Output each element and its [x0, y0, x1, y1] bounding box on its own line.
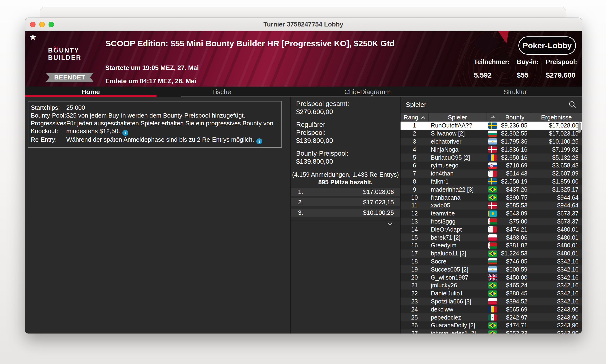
info-row-value-text: Während der späten Anmeldephase sind bis… [66, 136, 254, 143]
player-result: $7.199,82 [531, 146, 582, 153]
info-icon[interactable]: i [122, 130, 128, 136]
search-icon[interactable] [568, 101, 577, 109]
player-row[interactable]: 7ion4than$614,43$2.607,89 [401, 169, 582, 178]
player-name: teamvibe [429, 210, 486, 217]
status-badge: BEENDET [46, 73, 94, 82]
player-rank: 2 [401, 130, 429, 137]
stat-column: Preispool:$279.600 [546, 58, 577, 79]
close-button[interactable] [30, 22, 36, 27]
scrollbar-thumb[interactable] [578, 122, 581, 133]
flag-ro-icon [486, 155, 499, 161]
player-row[interactable]: 10franbacana$890,75$944,64 [401, 194, 582, 202]
player-rank: 4 [401, 146, 429, 153]
player-rank: 1 [401, 122, 429, 129]
info-row-label: Re-Entry: [31, 136, 66, 144]
player-row[interactable]: 17bpaludo11 [2]$1.224,53$480,01 [401, 249, 582, 258]
home-info-pane: Startchips:25.000Bounty-Pool:$25 von jed… [25, 97, 291, 334]
player-row[interactable]: 21jmlucky26$465,24$342,16 [401, 281, 582, 289]
player-name: GuaranaDolly [2] [429, 322, 486, 329]
tournament-title: SCOOP Edition: $55 Mini Bounty Builder H… [105, 39, 395, 48]
player-row[interactable]: 13frost3ggg$75,00$673,37 [401, 218, 582, 226]
player-row[interactable]: 24dekciww$665,69$243,90 [401, 305, 582, 313]
column-header-flag[interactable] [486, 113, 499, 122]
prizepool-regular-label: Regulärer Preispool: [296, 121, 396, 137]
player-row[interactable]: 27johnyguedes1 [2]$652,33$243,90 [401, 329, 582, 334]
column-header-rank[interactable]: Rang [401, 113, 429, 122]
player-row[interactable]: 25pepedoclez$242,97$243,90 [401, 313, 582, 321]
player-result: $2.607,89 [531, 170, 582, 177]
info-row-value-text: 25.000 [66, 104, 85, 111]
flag-ar-icon [486, 266, 499, 273]
player-bounty: $2.302,55 [499, 130, 531, 137]
player-row[interactable]: 1RunOutoffAA??$9.236,85$17.028,06 [401, 122, 582, 130]
player-row[interactable]: 14DieOrAdapt$474,21$480,01 [401, 225, 582, 234]
column-header-bounty[interactable]: Bounty [499, 113, 531, 122]
player-row[interactable]: 20G_wilson1987$450,00$342,16 [401, 273, 582, 281]
tab-struktur[interactable]: Struktur [449, 87, 582, 97]
logo-x-icon [54, 46, 59, 51]
tab-chip-diagramm[interactable]: Chip-Diagramm [286, 87, 449, 97]
player-rank: 7 [401, 170, 429, 177]
tournament-banner: ★ BOUNTY BUILDER SCOOP Edition: $55 Mini… [25, 31, 582, 87]
prizepool-regular-value: $139.800,00 [296, 137, 396, 145]
player-result: $17.023,15 [531, 130, 582, 137]
player-name: S Iwanow [2] [429, 130, 486, 137]
tab-home[interactable]: Home [25, 87, 157, 97]
player-name: DanielJulio1 [429, 290, 486, 297]
prizepool-total-value: $279.600,00 [296, 108, 396, 116]
player-row[interactable]: 26GuaranaDolly [2]$474,71$243,90 [401, 321, 582, 329]
payout-place: 1. [298, 188, 303, 195]
player-rank: 8 [401, 178, 429, 185]
player-row[interactable]: 23Spotzilla666 [3]$394,52$342,16 [401, 298, 582, 306]
player-row[interactable]: 4NinjaNoga$1.836,16$7.199,82 [401, 145, 582, 154]
tournament-start-time: Startete um 19:05 MEZ, 27. Mai [105, 64, 199, 72]
player-row[interactable]: 6rytmusego$710,69$3.658,48 [401, 162, 582, 169]
player-name: franbacana [429, 194, 486, 201]
player-rank: 6 [401, 162, 429, 169]
player-row[interactable]: 19Succes005 [2]$608,59$342,16 [401, 265, 582, 273]
info-icon[interactable]: i [256, 138, 262, 144]
minimize-button[interactable] [39, 22, 45, 27]
player-row[interactable]: 3elchatoriver$1.795,36$10.100,25 [401, 138, 582, 146]
player-bounty: $710,69 [499, 162, 531, 169]
player-row[interactable]: 16Greedyim$381,82$480,01 [401, 242, 582, 249]
column-header-player[interactable]: Spieler [429, 113, 486, 122]
tab-tische[interactable]: Tische [157, 87, 286, 97]
player-row[interactable]: 2S Iwanow [2]$2.302,55$17.023,15 [401, 130, 582, 138]
fullscreen-button[interactable] [49, 22, 54, 27]
column-header-result[interactable]: Ergebnisse [531, 113, 582, 122]
chevron-down-icon[interactable] [387, 222, 393, 226]
prizepool-total-label: Preispool gesamt: [296, 100, 396, 108]
player-result: $342,16 [531, 290, 582, 297]
lobby-content: Startchips:25.000Bounty-Pool:$25 von jed… [25, 97, 582, 334]
flag-br-icon [486, 250, 499, 257]
player-row[interactable]: 18Socre$746,85$342,16 [401, 258, 582, 266]
player-rank: 27 [401, 330, 429, 334]
player-bounty: $880,45 [499, 290, 531, 297]
favorite-star-icon[interactable]: ★ [29, 32, 37, 42]
player-name: ion4than [429, 170, 486, 177]
player-row[interactable]: 5BurlacuC95 [2]$2.650,16$5.132,28 [401, 154, 582, 162]
players-table-header: Rang Spieler Bounty Ergebnisse [401, 113, 582, 122]
player-result: $944,64 [531, 194, 582, 201]
player-result: $342,16 [531, 274, 582, 281]
poker-lobby-button[interactable]: Poker-Lobby [518, 36, 576, 55]
player-result: $342,16 [531, 298, 582, 305]
player-row[interactable]: 22DanielJulio1$880,45$342,16 [401, 289, 582, 298]
payout-row: 1.$17.028,06 [291, 188, 400, 196]
player-bounty: $381,82 [499, 242, 531, 249]
flag-ro-icon [486, 306, 499, 312]
flag-mt-icon [486, 226, 499, 233]
player-row[interactable]: 11xadp05$685,53$944,64 [401, 202, 582, 209]
player-row[interactable]: 12teamvibe$643,89$673,37 [401, 209, 582, 218]
player-name: xadp05 [429, 202, 486, 209]
stat-column: Buy-in:$55 [517, 58, 539, 79]
player-name: RunOutoffAA?? [429, 122, 486, 129]
player-result: $342,16 [531, 282, 582, 289]
player-rank: 20 [401, 274, 429, 281]
player-row[interactable]: 15berek71 [2]$493,06$480,01 [401, 234, 582, 242]
player-row[interactable]: 8falknr1$2.550,19$1.859,00 [401, 178, 582, 186]
stat-value: $55 [517, 71, 539, 79]
player-row[interactable]: 9maderinha22 [3]$437,26$1.325,17 [401, 185, 582, 194]
player-rank: 18 [401, 258, 429, 265]
